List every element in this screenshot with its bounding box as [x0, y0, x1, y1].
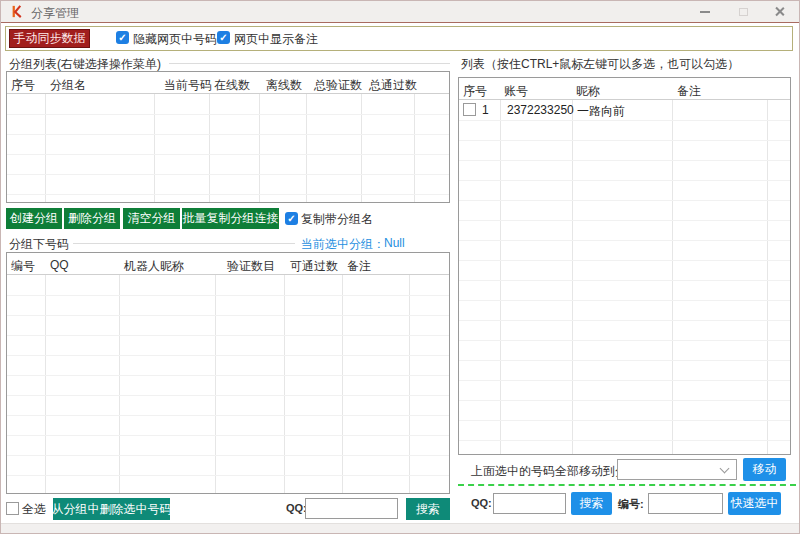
header-index[interactable]: 序号	[11, 77, 35, 94]
id-label: 编号:	[618, 497, 644, 512]
group-numbers-table[interactable]: 编号 QQ 机器人昵称 验证数目 可通过数 备注	[6, 252, 450, 494]
window-title: 分享管理	[31, 5, 79, 22]
header-qq[interactable]: QQ	[50, 258, 69, 272]
selected-group-label: 当前选中分组：	[301, 236, 385, 253]
app-icon	[10, 4, 25, 19]
show-remarks-label[interactable]: 网页中显示备注	[234, 31, 318, 48]
account-list-header: 序号 账号 昵称 备注	[459, 78, 790, 100]
group-numbers-table-body[interactable]	[7, 276, 449, 493]
qq-search-label-left: QQ:	[286, 502, 307, 514]
minimize-icon	[700, 11, 710, 13]
header-remark[interactable]: 备注	[347, 258, 371, 275]
account-row-index: 1	[482, 103, 489, 117]
selected-group-value: Null	[384, 236, 405, 250]
header-account[interactable]: 账号	[504, 83, 528, 100]
group-select-dropdown[interactable]	[617, 459, 737, 480]
search-button-right[interactable]: 搜索	[571, 492, 612, 515]
header-id[interactable]: 编号	[11, 258, 35, 275]
header-online[interactable]: 在线数	[214, 77, 250, 94]
dashed-separator	[458, 484, 796, 486]
account-list-table[interactable]: 序号 账号 昵称 备注 1 2372233250 一路向前	[458, 77, 791, 455]
account-list-body[interactable]	[459, 101, 790, 454]
batch-copy-link-button[interactable]: 批量复制分组连接	[182, 208, 279, 229]
id-input[interactable]	[648, 493, 723, 514]
header-offline[interactable]: 离线数	[266, 77, 302, 94]
select-all-checkbox[interactable]	[6, 502, 19, 515]
header-passable[interactable]: 可通过数	[290, 258, 338, 275]
header-remark[interactable]: 备注	[677, 83, 701, 100]
group-numbers-title-line	[73, 243, 295, 244]
delete-selected-from-group-button[interactable]: 从分组中删除选中号码	[53, 498, 170, 520]
quick-select-button[interactable]: 快速选中	[728, 492, 781, 515]
group-table-body[interactable]	[7, 95, 449, 202]
group-table[interactable]: 序号 分组名 当前号码 在线数 离线数 总验证数 总通过数	[6, 71, 450, 203]
app-window: 分享管理 手动同步数据 隐藏网页中号码 网页中显示备注 分组列表(右键选择操作菜…	[0, 0, 800, 534]
window-bottom-strip	[1, 523, 799, 533]
toolbar-groupbox: 手动同步数据 隐藏网页中号码 网页中显示备注	[5, 26, 793, 51]
qq-search-input-right[interactable]	[493, 493, 566, 514]
hide-numbers-checkbox[interactable]	[116, 31, 129, 44]
header-total-pass[interactable]: 总通过数	[369, 77, 417, 94]
qq-search-input-left[interactable]	[305, 498, 398, 519]
create-group-button[interactable]: 创建分组	[6, 208, 62, 229]
copy-with-name-checkbox[interactable]	[285, 212, 298, 225]
list-title: 列表（按住CTRL+鼠标左键可以多选，也可以勾选）	[461, 56, 739, 73]
group-table-header: 序号 分组名 当前号码 在线数 离线数 总验证数 总通过数	[7, 72, 449, 94]
header-current-num[interactable]: 当前号码	[164, 77, 212, 94]
account-row-nickname: 一路向前	[577, 103, 625, 120]
chevron-down-icon	[720, 464, 730, 474]
minimize-button[interactable]	[689, 1, 721, 22]
manual-sync-button[interactable]: 手动同步数据	[9, 29, 90, 48]
close-icon	[774, 6, 785, 17]
account-row[interactable]: 1 2372233250 一路向前	[459, 100, 790, 120]
group-numbers-title: 分组下号码	[9, 236, 69, 253]
hide-numbers-label[interactable]: 隐藏网页中号码	[133, 31, 217, 48]
group-list-title-line	[169, 63, 450, 64]
clear-group-button[interactable]: 清空分组	[123, 208, 180, 229]
header-verify-n[interactable]: 验证数目	[227, 258, 275, 275]
close-button[interactable]	[763, 1, 795, 22]
maximize-button[interactable]	[727, 1, 759, 22]
search-button-left[interactable]: 搜索	[406, 498, 450, 520]
copy-with-name-label[interactable]: 复制带分组名	[301, 211, 373, 228]
group-numbers-table-header: 编号 QQ 机器人昵称 验证数目 可通过数 备注	[7, 253, 449, 275]
header-index[interactable]: 序号	[463, 83, 487, 100]
delete-group-button[interactable]: 删除分组	[64, 208, 120, 229]
select-all-label[interactable]: 全选	[22, 501, 46, 518]
account-row-account: 2372233250	[507, 103, 574, 117]
show-remarks-checkbox[interactable]	[217, 31, 230, 44]
account-row-checkbox[interactable]	[463, 103, 476, 116]
header-nickname[interactable]: 昵称	[576, 83, 600, 100]
maximize-icon	[739, 8, 748, 16]
header-group-name[interactable]: 分组名	[50, 77, 86, 94]
qq-search-label-right: QQ:	[471, 497, 492, 509]
title-bar: 分享管理	[1, 1, 799, 23]
header-bot-nick[interactable]: 机器人昵称	[124, 258, 184, 275]
move-button[interactable]: 移动	[743, 458, 786, 481]
header-total-verify[interactable]: 总验证数	[314, 77, 362, 94]
